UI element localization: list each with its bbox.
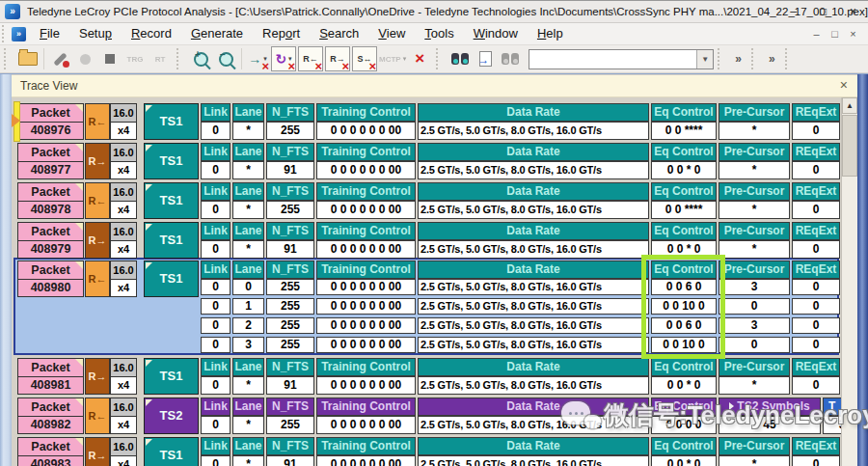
column-header-lane: Lane [232, 222, 264, 240]
downstream-clear-icon[interactable]: R→× [325, 46, 350, 71]
column-header-n_fts: N_FTS [266, 103, 314, 122]
window-controls: – □ × [778, 1, 868, 23]
trigger-clear-icon[interactable]: →×▾ [246, 47, 269, 70]
packet-id-box[interactable]: Packet408981 [17, 358, 84, 395]
column-header-link: Link [201, 143, 231, 161]
menu-item-label: Rep [262, 26, 285, 41]
find-icon[interactable] [448, 47, 472, 70]
cell-reqext: 0 [792, 240, 840, 259]
packet-label: Packet [18, 223, 83, 240]
cell-link: 0 [201, 416, 231, 434]
ts-ordered-set[interactable]: TS1 [144, 222, 199, 259]
cell-training_control: 0 0 0 0 0 0 00 [316, 416, 416, 434]
stop-icon[interactable] [98, 47, 122, 70]
real-time-stats-icon: RT [149, 47, 172, 70]
packet-id-box[interactable]: Packet408979 [17, 222, 84, 259]
filter-combobox[interactable]: ▼ [529, 49, 714, 69]
ts-ordered-set[interactable]: TS1 [144, 143, 199, 179]
table-header-row: LinkLaneN_FTSTraining ControlData RateEq… [201, 260, 840, 279]
lane-row: 002550 0 0 0 0 0 002.5 GT/s, 5.0 GT/s, 8… [201, 279, 840, 295]
ts-ordered-set[interactable]: TS1 [144, 437, 199, 466]
ts-ordered-set[interactable]: TS1 [144, 358, 199, 395]
overflow-chevron-icon[interactable]: » [769, 52, 775, 66]
mdi-restore-button[interactable]: □ [826, 28, 844, 40]
maximize-button[interactable]: □ [808, 1, 838, 23]
packet-table: LinkLaneN_FTSTraining ControlData RateEq… [201, 103, 840, 140]
packet-id-box[interactable]: Packet408976 [17, 103, 84, 140]
dropdown-arrow-icon[interactable]: ▼ [696, 50, 713, 69]
watermark-text: 微信号:TeledyneLecroy [604, 398, 868, 432]
menu-item-label: elp [546, 26, 562, 41]
mdi-close-button[interactable]: × [844, 28, 862, 40]
open-file-icon[interactable] [16, 47, 40, 70]
menu-item-search[interactable]: Search [310, 23, 368, 44]
column-header-n_fts: N_FTS [266, 358, 314, 376]
menu-item-tools[interactable]: Tools [415, 23, 463, 44]
close-icon[interactable]: × [840, 77, 848, 93]
recording-options-icon[interactable] [48, 47, 71, 70]
minimize-button[interactable]: – [778, 1, 808, 23]
packet-number: 408983 [18, 455, 83, 466]
ts-ordered-set[interactable]: TS2 [144, 397, 199, 434]
menu-item-help[interactable]: Help [528, 23, 573, 44]
menu-item-file[interactable]: File [30, 23, 69, 44]
ts-ordered-set[interactable]: TS1 [144, 260, 199, 297]
lane-row: 012550 0 0 0 0 0 002.5 GT/s, 5.0 GT/s, 8… [201, 298, 840, 315]
menu-item-label: Setu [79, 26, 105, 41]
overflow-chevron-icon[interactable]: » [735, 52, 742, 66]
restart-clear-icon[interactable]: ↻×▾ [271, 46, 296, 71]
document-icon[interactable]: » [12, 27, 26, 41]
column-header-pre_cursor: Pre-Cursor [719, 437, 790, 455]
menu-item-record[interactable]: Record [122, 23, 181, 44]
speed-value: 16.0 [111, 223, 136, 240]
filter-input[interactable] [529, 52, 696, 66]
menu-item-window[interactable]: Window [464, 23, 528, 44]
packet-id-box[interactable]: Packet408983 [17, 437, 84, 466]
cell-eq_control: 0 0 **** [651, 122, 717, 140]
column-header-n_fts: N_FTS [266, 182, 314, 201]
packet-id-box[interactable]: Packet408980 [17, 260, 84, 297]
menu-item-view[interactable]: View [368, 23, 415, 44]
column-header-reqext: REqExt [792, 260, 840, 279]
zoom-out-icon[interactable]: − [214, 47, 237, 70]
record-glyph [80, 54, 91, 65]
packet-id-box[interactable]: Packet408982 [17, 397, 84, 434]
toolbar-separator [241, 48, 242, 69]
menu-item-report[interactable]: Report [253, 23, 310, 44]
menu-item-label: R [131, 26, 140, 41]
column-header-lane: Lane [232, 358, 264, 376]
column-header-training_control: Training Control [316, 182, 416, 201]
dropdown-arrow-icon[interactable]: ▾ [403, 55, 407, 63]
column-header-lane: Lane [232, 103, 264, 122]
cell-pre_cursor: 3 [719, 279, 790, 295]
column-header-training_control: Training Control [316, 103, 416, 122]
menu-item-label: H [537, 26, 546, 41]
column-header-eq_control: Eq Control [651, 182, 717, 201]
link-width: x4 [111, 240, 136, 258]
menu-item-setup[interactable]: Setup [69, 23, 122, 44]
upstream-clear-icon[interactable]: R←× [298, 46, 323, 71]
cell-reqext: 0 [792, 298, 840, 315]
packet-id-box[interactable]: Packet408978 [17, 182, 84, 219]
column-header-reqext: REqExt [792, 103, 840, 122]
cell-eq_control: 0 0 **** [651, 201, 717, 219]
menu-item-generate[interactable]: Generate [181, 23, 253, 44]
menubar: » FileSetupRecordGenerateReportSearchVie… [0, 23, 868, 45]
tool-glyph: ↻ [275, 51, 286, 67]
clear-all-icon[interactable]: × [408, 47, 431, 70]
lane-row: 032550 0 0 0 0 0 002.5 GT/s, 5.0 GT/s, 8… [201, 337, 840, 353]
ts-ordered-set[interactable]: TS1 [144, 103, 199, 140]
symbols-clear-icon[interactable]: S↔× [352, 46, 377, 71]
packet-id-box[interactable]: Packet408977 [17, 143, 84, 179]
direction-badge: R← [85, 182, 110, 219]
cell-n_fts: 91 [266, 455, 314, 466]
scroll-thumb[interactable] [842, 115, 857, 177]
zoom-in-icon[interactable]: + [189, 47, 212, 70]
mdi-minimize-button[interactable]: – [807, 28, 826, 40]
cell-n_fts: 91 [266, 161, 314, 179]
scroll-up-button[interactable]: ▲ [842, 97, 857, 114]
column-header-training_control: Training Control [316, 358, 416, 376]
close-button[interactable]: × [838, 1, 868, 23]
goto-trigger-icon[interactable]: → [474, 47, 497, 70]
ts-ordered-set[interactable]: TS1 [144, 182, 199, 219]
